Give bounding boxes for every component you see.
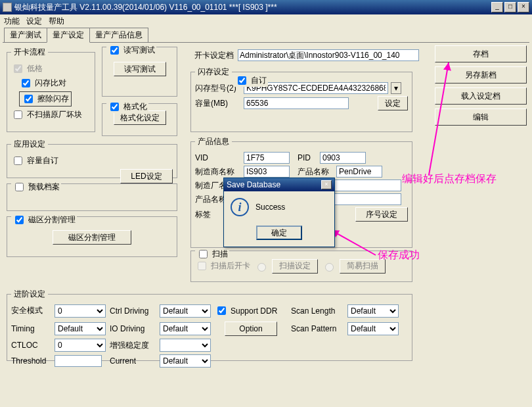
cb-support-ddr[interactable]: Support DDR xyxy=(215,304,287,317)
group-advanced: 进阶设定 安全模式 0 Ctrl Driving Default Support… xyxy=(7,289,412,361)
group-app-settings: 应用设定 容量自订 LED设定 xyxy=(7,139,177,178)
dialog-save-database: Save Database × i Success 确定 xyxy=(223,178,335,247)
group-app-title: 应用设定 xyxy=(11,139,48,150)
btn-option[interactable]: Option xyxy=(225,322,277,336)
cb-scan[interactable]: 扫描 xyxy=(195,248,229,260)
menu-help[interactable]: 帮助 xyxy=(49,16,64,26)
group-rw-test: 读写测试 读写测试 xyxy=(102,47,177,97)
label-pid: PID xyxy=(298,153,317,162)
select-scan-pat[interactable]: Default xyxy=(347,322,399,335)
input-vendor-name[interactable] xyxy=(244,166,290,178)
cb-rw-test[interactable]: 读写测试 xyxy=(106,44,156,57)
dialog-message: Success xyxy=(255,203,285,212)
dialog-ok-button[interactable]: 确定 xyxy=(256,226,302,240)
group-card-flow-title: 开卡流程 xyxy=(11,47,48,58)
input-pid[interactable] xyxy=(320,152,366,164)
info-icon: i xyxy=(231,198,249,216)
cb-lowlevel: 低格 xyxy=(11,62,91,75)
input-product-name[interactable] xyxy=(336,166,382,178)
label-enh-stab: 增强稳定度 xyxy=(110,340,156,351)
cb-cap-custom[interactable]: 容量自订 xyxy=(11,155,58,167)
title-bar: 银灿科技量产工具 V2.11.00.39(2014/01/06) V116_00… xyxy=(0,0,532,14)
minimize-button[interactable]: _ xyxy=(491,2,503,12)
maximize-button[interactable]: □ xyxy=(504,2,516,12)
btn-save[interactable]: 存档 xyxy=(435,45,527,62)
app-icon xyxy=(3,3,12,12)
select-scan-len[interactable]: Default xyxy=(347,304,399,318)
btn-rw-test[interactable]: 读写测试 xyxy=(114,62,166,76)
btn-simple-scan: 简易扫描 xyxy=(340,259,386,274)
label-ctloc: CTLOC xyxy=(11,341,51,350)
select-ctrl-drv[interactable]: Default xyxy=(160,304,211,318)
menu-fn[interactable]: 功能 xyxy=(4,16,20,26)
tab-product-info-tab[interactable]: 量产产品信息 xyxy=(89,28,148,42)
group-flash: 闪存设定 自订 闪存型号(2) ▾ 容量(MB) 设定 xyxy=(190,66,412,132)
label-scan-len: Scan Length xyxy=(291,306,344,316)
label-current: Current xyxy=(110,356,156,366)
flash-model-dropdown-icon[interactable]: ▾ xyxy=(391,82,401,94)
btn-scan-set: 扫描设定 xyxy=(272,259,318,274)
side-buttons: 存档 另存新档 载入设定档 编辑 xyxy=(435,45,527,126)
menu-set[interactable]: 设定 xyxy=(26,16,42,26)
group-card-flow: 开卡流程 低格 闪存比对 擦除闪存 不扫描原厂坏块 xyxy=(7,47,95,132)
label-ctrl-drv: Ctrl Driving xyxy=(110,306,156,316)
cb-flash-compare[interactable]: 闪存比对 xyxy=(19,77,91,89)
select-timing[interactable]: Default xyxy=(55,322,106,335)
input-opencard-path[interactable] xyxy=(238,49,419,61)
btn-serial[interactable]: 序号设定 xyxy=(355,207,408,222)
cb-preload[interactable]: 预载档案 xyxy=(11,181,61,193)
btn-saveas[interactable]: 另存新档 xyxy=(435,66,527,84)
input-capacity[interactable] xyxy=(244,97,349,109)
btn-load[interactable]: 载入设定档 xyxy=(435,87,527,105)
group-product-title: 产品信息 xyxy=(195,136,232,147)
radio-scan-1 xyxy=(257,263,266,272)
cb-no-scan-bad[interactable]: 不扫描原厂坏块 xyxy=(11,108,91,121)
group-adv-title: 进阶设定 xyxy=(11,289,48,300)
btn-led-settings[interactable]: LED设定 xyxy=(120,169,173,183)
select-ctloc[interactable]: 0 xyxy=(55,339,106,352)
label-vid: VID xyxy=(195,153,241,162)
tab-config[interactable]: 量产设定 xyxy=(47,28,90,43)
input-vid[interactable] xyxy=(244,152,290,164)
cb-custom[interactable]: 自订 xyxy=(234,74,268,87)
dialog-close-icon[interactable]: × xyxy=(321,180,332,189)
menu-bar: 功能 设定 帮助 xyxy=(0,14,532,28)
input-threshold[interactable] xyxy=(55,355,102,367)
close-button[interactable]: × xyxy=(518,2,529,12)
label-product-name: 产品名称 xyxy=(298,166,334,178)
label-timing: Timing xyxy=(11,324,51,333)
cb-format[interactable]: 格式化 xyxy=(106,101,148,113)
label-scan-pat: Scan Pattern xyxy=(291,324,344,333)
label-capacity: 容量(MB) xyxy=(195,98,241,109)
group-preload: 预载档案 xyxy=(7,183,177,211)
dialog-title: Save Database xyxy=(227,180,280,189)
label-vendor-name: 制造商名称 xyxy=(195,166,241,178)
select-safe-mode[interactable]: 0 xyxy=(55,304,106,318)
label-opencard: 开卡设定档 xyxy=(194,50,234,61)
tab-bar: 量产测试 量产设定 量产产品信息 xyxy=(0,28,532,42)
cb-partition[interactable]: 磁区分割管理 xyxy=(11,214,77,226)
tab-test[interactable]: 量产测试 xyxy=(4,28,47,42)
btn-edit[interactable]: 编辑 xyxy=(435,108,527,126)
label-io-drv: IO Driving xyxy=(110,324,156,333)
cb-scan-after: 扫描后开卡 xyxy=(195,260,250,272)
window-title: 银灿科技量产工具 V2.11.00.39(2014/01/06) V116_00… xyxy=(14,2,277,13)
group-scan: 扫描 扫描后开卡 扫描设定 简易扫描 xyxy=(190,251,412,282)
group-format: 格式化 格式化设定 xyxy=(102,103,177,136)
select-enh-stab[interactable] xyxy=(160,339,211,352)
radio-scan-2 xyxy=(325,263,334,272)
cb-clear-flash[interactable]: 擦除闪存 xyxy=(19,91,72,107)
group-flash-title: 闪存设定 xyxy=(195,66,232,78)
btn-set-flash[interactable]: 设定 xyxy=(378,96,408,110)
group-partition: 磁区分割管理 磁区分割管理 xyxy=(7,216,177,257)
select-current[interactable]: Default xyxy=(160,354,211,368)
select-io-drv[interactable]: Default xyxy=(160,322,211,335)
btn-partition[interactable]: 磁区分割管理 xyxy=(53,230,131,245)
label-threshold: Threshold xyxy=(11,356,51,366)
label-safe-mode: 安全模式 xyxy=(11,305,51,316)
annotation-1: 编辑好后点存档保存 xyxy=(402,172,497,186)
